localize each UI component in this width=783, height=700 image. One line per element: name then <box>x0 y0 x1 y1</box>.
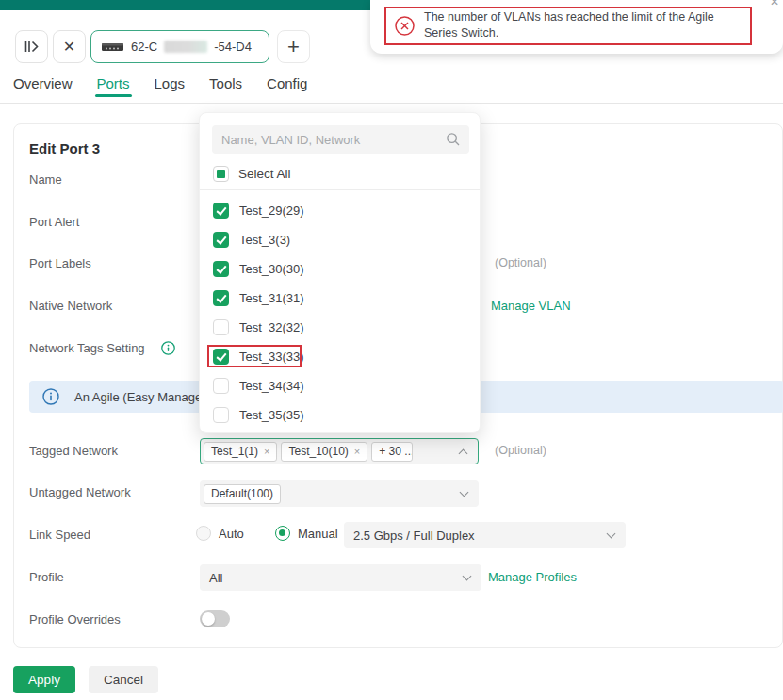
tab-logs[interactable]: Logs <box>155 75 186 103</box>
chip-remove-icon[interactable]: × <box>354 446 360 457</box>
banner-text: An Agile (Easy Managed <box>74 390 208 404</box>
tagged-chip-overflow[interactable]: + 30 ... <box>371 442 413 462</box>
collapse-panel-button[interactable] <box>15 30 48 63</box>
chevron-down-icon <box>460 488 469 497</box>
app-window: ✕ 62-C -54-D4 + Overview Ports Logs Tool… <box>0 0 783 700</box>
checkbox-unchecked-icon[interactable] <box>213 407 229 423</box>
chevron-down-icon <box>463 572 472 581</box>
toast-message: The number of VLANs has reached the limi… <box>424 9 746 41</box>
checkbox-indeterminate-icon[interactable] <box>213 166 229 182</box>
untagged-network-field-label: Untagged Network <box>29 485 131 499</box>
select-all-option[interactable]: Select All <box>200 159 291 187</box>
vlan-option-test-31[interactable]: Test_31(31) <box>200 284 480 313</box>
search-icon <box>446 132 461 147</box>
manage-profiles-link[interactable]: Manage Profiles <box>488 570 577 584</box>
toggle-knob <box>202 612 215 626</box>
nav-divider <box>0 103 783 104</box>
vlan-dropdown: Select All Test_29(29) Test_3(3) Test_30… <box>199 112 481 433</box>
link-speed-select[interactable]: 2.5 Gbps / Full Duplex <box>344 522 626 548</box>
tab-overview[interactable]: Overview <box>13 75 73 103</box>
link-speed-field-label: Link Speed <box>29 528 90 542</box>
name-field-label: Name <box>29 172 62 187</box>
close-icon: ✕ <box>63 38 75 56</box>
checkbox-unchecked-icon[interactable] <box>213 378 229 394</box>
untagged-chip: Default(100) <box>204 484 281 504</box>
checkbox-checked-icon[interactable] <box>213 203 229 219</box>
tagged-network-multiselect[interactable]: Test_1(1) × Test_10(10) × + 30 ... <box>200 438 479 464</box>
tab-tools[interactable]: Tools <box>209 75 242 103</box>
vlan-option-test-29[interactable]: Test_29(29) <box>200 196 480 225</box>
toast-close-icon[interactable]: ✕ <box>770 0 779 8</box>
vlan-option-test-3[interactable]: Test_3(3) <box>200 225 480 254</box>
tagged-network-field-label: Tagged Network <box>29 444 118 458</box>
vlan-option-test-34[interactable]: Test_34(34) <box>200 371 480 400</box>
network-tags-info-icon[interactable] <box>161 341 175 358</box>
link-speed-manual-radio[interactable]: Manual <box>275 526 338 541</box>
checkbox-checked-icon[interactable] <box>213 290 229 306</box>
error-circle-icon <box>395 16 415 36</box>
chip-remove-icon[interactable]: × <box>264 446 269 457</box>
collapse-panel-icon <box>24 41 39 53</box>
banner-info-icon <box>42 388 59 405</box>
tab-bar: Overview Ports Logs Tools Config <box>13 75 307 103</box>
tab-ports[interactable]: Ports <box>97 75 130 103</box>
vlan-search-input[interactable] <box>212 125 469 154</box>
tagged-network-optional: (Optional) <box>495 444 546 457</box>
device-name-suffix: -54-D4 <box>214 40 252 54</box>
device-name-prefix: 62-C <box>131 40 157 54</box>
add-device-tab-button[interactable]: + <box>277 30 310 63</box>
checkbox-unchecked-icon[interactable] <box>213 319 229 335</box>
active-tab-underline <box>95 94 132 97</box>
vlan-option-test-30[interactable]: Test_30(30) <box>200 254 480 284</box>
checkbox-checked-icon[interactable] <box>213 232 229 248</box>
network-tags-field-label: Network Tags Setting <box>29 341 175 358</box>
checkbox-checked-icon[interactable] <box>213 349 229 365</box>
port-labels-optional: (Optional) <box>495 256 546 269</box>
profile-select[interactable]: All <box>200 564 481 591</box>
error-toast: The number of VLANs has reached the limi… <box>370 0 783 54</box>
apply-button[interactable]: Apply <box>13 666 75 693</box>
untagged-network-select[interactable]: Default(100) <box>200 480 479 507</box>
vlan-option-list: Test_29(29) Test_3(3) Test_30(30) Test_3… <box>200 196 480 430</box>
cancel-button[interactable]: Cancel <box>89 666 158 693</box>
chevron-up-icon <box>459 449 468 459</box>
port-labels-field-label: Port Labels <box>29 256 91 270</box>
checkbox-checked-icon[interactable] <box>213 261 229 277</box>
profile-overrides-toggle[interactable] <box>200 610 230 627</box>
switch-device-icon <box>101 41 124 53</box>
tagged-chip[interactable]: Test_10(10) × <box>281 442 367 462</box>
vlan-option-test-35[interactable]: Test_35(35) <box>200 400 480 430</box>
device-name-redacted <box>164 41 207 53</box>
panel-title: Edit Port 3 <box>29 140 100 156</box>
native-network-field-label: Native Network <box>29 299 112 313</box>
tab-config[interactable]: Config <box>267 75 307 103</box>
manage-vlan-link[interactable]: Manage VLAN <box>491 299 571 313</box>
device-tab[interactable]: 62-C -54-D4 <box>90 30 269 63</box>
plus-icon: + <box>287 35 300 59</box>
port-alert-field-label: Port Alert <box>29 215 79 229</box>
vlan-option-test-33[interactable]: Test_33(33) <box>200 342 480 371</box>
vlan-option-test-32[interactable]: Test_32(32) <box>200 313 480 342</box>
profile-field-label: Profile <box>29 570 64 584</box>
profile-overrides-field-label: Profile Overrides <box>29 612 121 627</box>
vlan-search[interactable] <box>212 125 469 154</box>
close-device-tab-button[interactable]: ✕ <box>53 30 86 63</box>
tagged-chip[interactable]: Test_1(1) × <box>204 442 277 462</box>
dropdown-divider <box>200 189 480 190</box>
radio-off-icon[interactable] <box>196 526 211 541</box>
radio-on-icon[interactable] <box>275 526 290 541</box>
link-speed-auto-radio[interactable]: Auto <box>196 526 244 541</box>
chevron-down-icon <box>607 529 616 539</box>
